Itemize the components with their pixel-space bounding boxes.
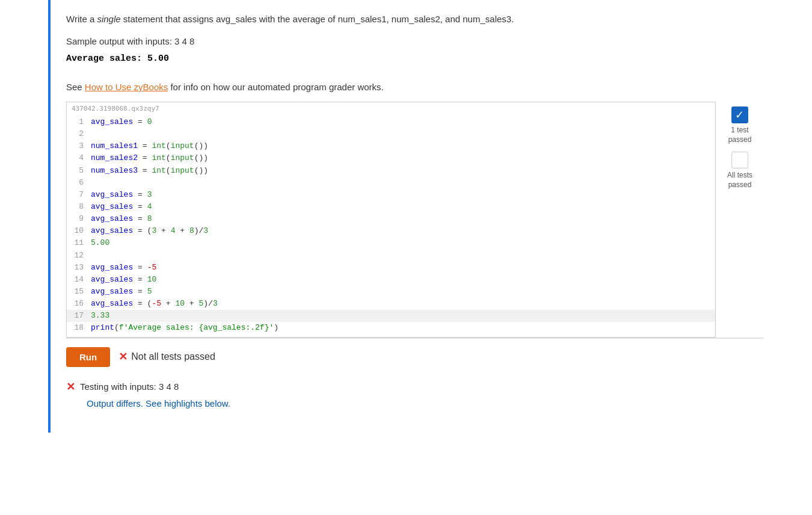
test2-empty-box [731,152,748,168]
line-content: avg_sales = -5 [88,262,156,274]
line-content [88,250,96,262]
table-row: 16 avg_sales = (-5 + 10 + 5)/3 [67,298,715,310]
line-content: avg_sales = 10 [88,274,156,286]
line-content: num_sales2 = int(input()) [88,152,208,164]
table-row: 13 avg_sales = -5 [67,262,715,274]
test1-label: 1 testpassed [728,126,752,144]
line-number: 16 [67,298,88,310]
line-number: 12 [67,250,88,262]
line-number: 9 [67,213,88,225]
line-content [88,128,96,140]
line-content: 3.33 [88,310,109,322]
test-result-row: ✕ Testing with inputs: 3 4 8 [66,380,764,393]
line-content: num_sales3 = int(input()) [88,165,208,177]
x-icon: ✕ [118,350,128,363]
table-row: 3 num_sales1 = int(input()) [67,140,715,152]
not-passed-label: Not all tests passed [131,351,215,362]
test1-badge: ✓ 1 testpassed [728,106,752,144]
line-number: 18 [67,322,88,334]
line-number: 15 [67,286,88,298]
line-number: 2 [67,128,88,140]
line-content: 5.00 [88,237,109,249]
line-number: 10 [67,225,88,237]
run-button[interactable]: Run [66,347,110,367]
grader-info: See How to Use zyBooks for info on how o… [66,82,764,92]
table-row: 17 3.33 [67,310,715,322]
code-id: 437042.3198068.qx3zqy7 [67,102,715,114]
test-result-x-icon: ✕ [66,380,75,393]
line-content: avg_sales = 5 [88,286,152,298]
output-differs-message: Output differs. See highlights below. [87,398,764,409]
line-content: avg_sales = 8 [88,213,152,225]
not-passed-message: ✕ Not all tests passed [118,350,215,363]
table-row: 15 avg_sales = 5 [67,286,715,298]
table-row: 4 num_sales2 = int(input()) [67,152,715,164]
test2-label: All testspassed [727,171,752,190]
line-number: 13 [67,262,88,274]
line-number: 3 [67,140,88,152]
code-editor[interactable]: 1 avg_sales = 0 2 3 num_sales1 = int(inp… [67,114,715,337]
line-number: 6 [67,177,88,189]
run-bar: Run ✕ Not all tests passed [66,338,764,374]
table-row: 14 avg_sales = 10 [67,274,715,286]
table-row: 7 avg_sales = 3 [67,189,715,201]
line-content: num_sales1 = int(input()) [88,140,208,152]
line-number: 8 [67,201,88,213]
line-number: 1 [67,116,88,128]
sample-output-label: Sample output with inputs: 3 4 8 [66,36,764,46]
test2-badge: All testspassed [727,152,752,190]
table-row: 11 5.00 [67,237,715,249]
line-content: avg_sales = 4 [88,201,152,213]
table-row: 10 avg_sales = (3 + 4 + 8)/3 [67,225,715,237]
line-content: avg_sales = (3 + 4 + 8)/3 [88,225,208,237]
zybooks-link[interactable]: How to Use zyBooks [85,82,168,92]
code-editor-wrapper: 437042.3198068.qx3zqy7 1 avg_sales = 0 2… [66,102,716,338]
table-row: 2 [67,128,715,140]
table-row: 5 num_sales3 = int(input()) [67,165,715,177]
table-row: 9 avg_sales = 8 [67,213,715,225]
table-row: 1 avg_sales = 0 [67,116,715,128]
test-sidebar: ✓ 1 testpassed All testspassed [716,102,764,194]
line-number: 14 [67,274,88,286]
code-section: 437042.3198068.qx3zqy7 1 avg_sales = 0 2… [66,102,764,338]
description-text: Write a single statement that assigns av… [66,12,764,26]
line-content: avg_sales = 3 [88,189,152,201]
line-content: print(f'Average sales: {avg_sales:.2f}') [88,322,278,334]
line-content: avg_sales = 0 [88,116,152,128]
line-content: avg_sales = (-5 + 10 + 5)/3 [88,298,218,310]
test-result-label: Testing with inputs: 3 4 8 [80,381,179,392]
line-number: 17 [67,310,88,322]
line-number: 4 [67,152,88,164]
test1-checkmark: ✓ [731,106,748,123]
table-row: 6 [67,177,715,189]
table-row: 8 avg_sales = 4 [67,201,715,213]
sample-output-code: Average sales: 5.00 [66,54,764,64]
line-number: 11 [67,237,88,249]
line-content [88,177,96,189]
line-number: 5 [67,165,88,177]
table-row: 18 print(f'Average sales: {avg_sales:.2f… [67,322,715,334]
line-number: 7 [67,189,88,201]
table-row: 12 [67,250,715,262]
